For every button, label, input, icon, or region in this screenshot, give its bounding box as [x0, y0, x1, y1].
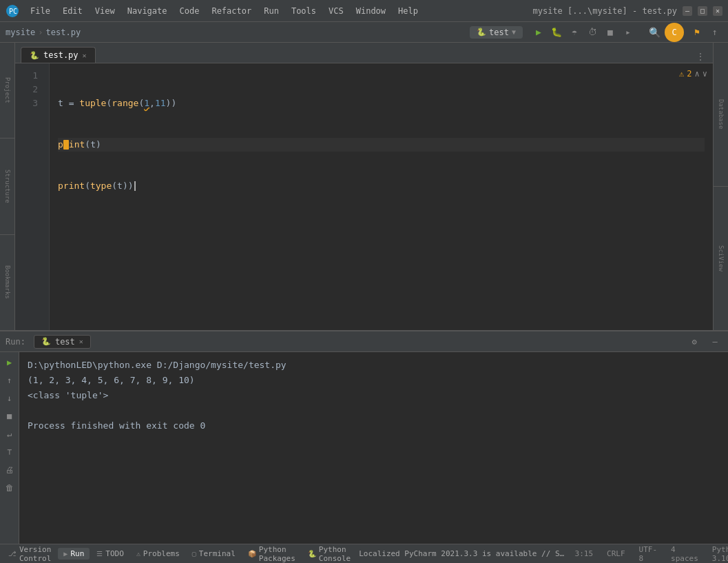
breadcrumb: mysite › test.py [6, 28, 81, 37]
right-panel-database[interactable]: Database [718, 94, 725, 134]
run-button[interactable]: ▶ [531, 25, 546, 40]
run-icon: ▶ [63, 550, 67, 557]
run-config-selector[interactable]: 🐍 test ▼ [470, 26, 523, 39]
stop-run-button[interactable]: ■ [2, 409, 17, 424]
coverage-button[interactable]: ☂ [567, 25, 582, 40]
menu-file[interactable]: File [25, 5, 56, 17]
run-tab-test[interactable]: 🐍 test ✕ [34, 335, 91, 349]
rerun-button[interactable]: ▶ [2, 355, 17, 370]
ide-update-icon[interactable]: ↑ [707, 25, 722, 40]
sidebar-label-structure[interactable]: Structure [4, 164, 11, 209]
status-crlf[interactable]: CRLF [603, 549, 630, 558]
update-info: Localized PyCharm 2021.3.3 is available … [359, 549, 565, 558]
status-language[interactable]: Python 3.10 [708, 545, 728, 563]
bottom-tab-run[interactable]: ▶ Run [58, 548, 90, 560]
code-editor[interactable]: 1 2 3 t = tuple(range(1,11)) pint(t) pri… [15, 63, 713, 330]
todo-label: TODO [105, 549, 124, 558]
breadcrumb-file[interactable]: test.py [46, 28, 81, 37]
sidebar-label-project[interactable]: Project [4, 72, 11, 109]
maximize-button[interactable]: □ [698, 6, 707, 16]
bottom-tab-vcs[interactable]: ⎇ Version Control [3, 544, 56, 564]
warning-prev[interactable]: ∧ [695, 69, 700, 79]
bottom-panel: Run: 🐍 test ✕ ⚙ — ▶ ↑ ↓ ■ ↵ ⊤ 🖨 🗑 D:\pyt… [0, 330, 728, 544]
close-button[interactable]: ✕ [713, 6, 722, 16]
sidebar-label-bookmarks[interactable]: Bookmarks [4, 260, 11, 305]
warning-indicator: ⚠ 2 ∧ ∨ [679, 69, 707, 79]
print-button[interactable]: 🖨 [2, 462, 17, 478]
search-button[interactable]: 🔍 [647, 25, 662, 40]
menu-navigate[interactable]: Navigate [122, 5, 173, 17]
profile-button[interactable]: ⏱ [585, 25, 600, 40]
run-panel-body: ▶ ↑ ↓ ■ ↵ ⊤ 🖨 🗑 D:\pythonLED\python.exe … [0, 352, 728, 544]
nav-bar: mysite › test.py 🐍 test ▼ ▶ 🐛 ☂ ⏱ ■ ▸ 🔍 … [0, 22, 728, 43]
bottom-tab-terminal[interactable]: ▢ Terminal [187, 548, 241, 560]
more-run-button[interactable]: ▸ [621, 25, 636, 40]
console-icon: 🐍 [308, 550, 316, 557]
menu-vcs[interactable]: VCS [323, 5, 349, 17]
menu-view[interactable]: View [90, 5, 121, 17]
problems-label: Problems [143, 549, 180, 558]
bottom-tab-python-packages[interactable]: 📦 Python Packages [242, 544, 301, 564]
bottom-tab-python-console[interactable]: 🐍 Python Console [302, 544, 356, 564]
menu-tools[interactable]: Tools [286, 5, 322, 17]
run-config-chevron: ▼ [512, 28, 516, 36]
trash-button[interactable]: 🗑 [2, 480, 17, 495]
line-number-3: 3 [15, 96, 43, 110]
warning-icon: ⚠ [679, 69, 684, 79]
tab-close-button[interactable]: ✕ [83, 52, 87, 59]
tab-file-icon: 🐍 [30, 51, 39, 60]
menu-help[interactable]: Help [393, 5, 424, 17]
output-exit: Process finished with exit code 0 [28, 420, 205, 431]
run-tab-close[interactable]: ✕ [79, 338, 83, 345]
run-tab-icon: 🐍 [41, 337, 51, 346]
stop-button[interactable]: ■ [603, 25, 618, 40]
debug-button[interactable]: 🐛 [549, 25, 564, 40]
run-settings-button[interactable]: ⚙ [687, 334, 702, 349]
status-position[interactable]: 3:15 [571, 549, 598, 558]
code-content[interactable]: t = tuple(range(1,11)) pint(t) print(typ… [50, 63, 713, 330]
menu-run[interactable]: Run [258, 5, 284, 17]
bottom-tab-todo[interactable]: ☰ TODO [91, 548, 129, 560]
output-command: D:\pythonLED\python.exe D:/Django/mysite… [28, 360, 287, 370]
run-minimize-button[interactable]: — [707, 334, 722, 349]
editor-tab-bar: 🐍 test.py ✕ ⋮ [15, 43, 713, 63]
scroll-up-button[interactable]: ↑ [2, 373, 17, 388]
output-result: (1, 2, 3, 4, 5, 6, 7, 8, 9, 10) [28, 375, 195, 385]
line-numbers: 1 2 3 [15, 63, 50, 330]
minimize-button[interactable]: — [683, 6, 692, 16]
user-avatar[interactable]: C [665, 23, 684, 42]
notification-icon[interactable]: ⚑ [689, 25, 705, 40]
menu-edit[interactable]: Edit [57, 5, 88, 17]
editor-container: 🐍 test.py ✕ ⋮ 1 2 3 t = tuple(range(1,11… [15, 43, 713, 330]
pin-top-button[interactable]: ⊤ [2, 444, 17, 460]
warning-count[interactable]: 2 [687, 69, 691, 79]
tab-action-more[interactable]: ⋮ [694, 50, 707, 63]
menu-window[interactable]: Window [351, 5, 391, 17]
bottom-tab-problems[interactable]: ⚠ Problems [131, 548, 185, 560]
status-encoding[interactable]: UTF-8 [635, 545, 662, 563]
packages-label: Python Packages [259, 545, 295, 563]
window-controls: — □ ✕ [683, 6, 722, 16]
console-label: Python Console [319, 545, 351, 563]
code-line-2: pint(t) [58, 138, 705, 152]
scroll-down-button[interactable]: ↓ [2, 391, 17, 406]
code-line-3: print(type(t)) [58, 179, 705, 193]
right-panel-sciview[interactable]: SciView [718, 240, 725, 277]
soft-wrap-button[interactable]: ↵ [2, 427, 17, 442]
editor-tab-test-py[interactable]: 🐍 test.py ✕ [21, 47, 96, 63]
run-output[interactable]: D:\pythonLED\python.exe D:/Django/mysite… [19, 352, 728, 544]
breadcrumb-project[interactable]: mysite [6, 28, 35, 37]
menu-refactor[interactable]: Refactor [206, 5, 257, 17]
code-line-1: t = tuple(range(1,11)) [58, 96, 705, 110]
warning-next[interactable]: ∨ [703, 69, 707, 79]
packages-icon: 📦 [248, 550, 256, 557]
breadcrumb-sep1: › [38, 28, 43, 37]
status-info: Localized PyCharm 2021.3.3 is available … [359, 545, 728, 563]
tab-label: test.py [43, 50, 79, 60]
run-panel-label: Run: [6, 337, 25, 347]
run-left-toolbar: ▶ ↑ ↓ ■ ↵ ⊤ 🖨 🗑 [0, 352, 19, 544]
main-area: Project Structure Bookmarks 🐍 test.py ✕ … [0, 43, 728, 330]
menu-code[interactable]: Code [174, 5, 205, 17]
problems-icon: ⚠ [136, 550, 141, 557]
status-indent[interactable]: 4 spaces [667, 545, 703, 563]
